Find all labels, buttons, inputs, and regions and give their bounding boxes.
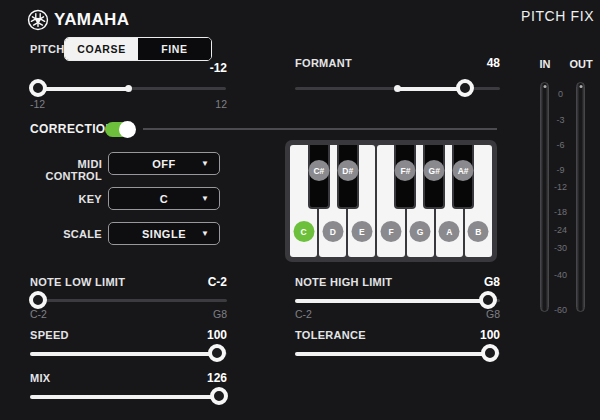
pitch-mode-segmented-control: COARSE FINE (64, 37, 212, 61)
mix-label: MIX (30, 372, 50, 384)
midi-control-dropdown[interactable]: OFF ▼ (108, 152, 220, 175)
peak-indicator (543, 85, 546, 88)
speed-slider[interactable] (30, 344, 227, 362)
high-range-min: C-2 (295, 308, 312, 320)
black-key-F#[interactable]: F# (394, 145, 416, 209)
note-badge-C: C (293, 221, 314, 242)
mix-slider[interactable] (30, 387, 227, 405)
speed-label: SPEED (30, 329, 69, 341)
slider-center-dot (125, 85, 132, 92)
note-badge-G#: G# (424, 160, 445, 181)
slider-fill (295, 299, 488, 303)
meter-scale-tick: 0 (550, 89, 571, 99)
tolerance-slider[interactable] (295, 344, 500, 362)
yamaha-logo: YAMAHA (27, 9, 129, 31)
midi-control-label: MIDI CONTROL (20, 158, 102, 182)
chevron-down-icon: ▼ (201, 229, 209, 238)
piano-keyboard: CDEFGAB C#D#F#G#A# (285, 140, 497, 262)
note-high-limit-value: G8 (484, 275, 500, 289)
out-meter-label: OUT (566, 58, 596, 70)
note-badge-D: D (322, 221, 343, 242)
pitch-slider[interactable] (30, 79, 226, 97)
key-label: KEY (20, 193, 102, 205)
high-range-max: G8 (486, 308, 500, 320)
slider-center-dot (394, 85, 401, 92)
note-badge-F#: F# (395, 160, 416, 181)
pitch-fix-plugin-window: YAMAHA PITCH FIX PITCH COARSE FINE -12 -… (0, 0, 600, 420)
in-meter-label: IN (530, 58, 560, 70)
note-low-limit-label: NOTE LOW LIMIT (30, 276, 125, 288)
note-badge-E: E (351, 221, 372, 242)
slider-handle[interactable] (479, 291, 497, 309)
toggle-knob (119, 121, 136, 138)
slider-fill (30, 395, 219, 399)
note-badge-C#: C# (308, 160, 329, 181)
note-low-limit-value: C-2 (208, 275, 227, 289)
slider-handle[interactable] (210, 387, 228, 405)
formant-label: FORMANT (295, 57, 352, 69)
meter-scale-tick: -60 (550, 305, 571, 315)
slider-track[interactable] (30, 299, 227, 302)
note-badge-G: G (410, 221, 431, 242)
note-badge-A: A (439, 221, 460, 242)
correction-label: CORRECTION (30, 122, 115, 136)
formant-value: 48 (487, 56, 500, 70)
in-level-meter (540, 82, 549, 312)
note-badge-D#: D# (337, 160, 358, 181)
formant-slider[interactable] (295, 79, 500, 97)
correction-toggle[interactable] (105, 122, 134, 137)
out-level-meter (576, 82, 585, 312)
meter-scale-tick: -12 (550, 182, 571, 192)
scale-value: SINGLE (142, 228, 186, 240)
slider-fill (30, 352, 217, 356)
level-meters: IN OUT 0-3-6-9-12-18-24-30-40-60 (520, 58, 600, 320)
meter-scale-tick: -40 (550, 270, 571, 280)
mix-value: 126 (207, 371, 227, 385)
note-low-limit-slider[interactable] (30, 291, 227, 309)
fine-button[interactable]: FINE (138, 38, 211, 60)
note-high-limit-label: NOTE HIGH LIMIT (295, 276, 392, 288)
slider-handle[interactable] (29, 291, 47, 309)
scale-label: SCALE (20, 228, 102, 240)
slider-fill (398, 87, 466, 91)
peak-indicator (579, 85, 582, 88)
pitch-label: PITCH (30, 43, 65, 55)
low-range-min: C-2 (30, 308, 47, 320)
slider-handle[interactable] (456, 79, 474, 97)
black-key-C#[interactable]: C# (308, 145, 330, 209)
slider-fill (295, 352, 490, 356)
slider-handle[interactable] (481, 344, 499, 362)
low-range-max: G8 (213, 308, 227, 320)
key-dropdown[interactable]: C ▼ (108, 187, 220, 210)
section-divider (143, 128, 497, 130)
meter-scale-tick: -6 (550, 140, 571, 150)
chevron-down-icon: ▼ (201, 159, 209, 168)
tolerance-label: TOLERANCE (295, 329, 366, 341)
scale-dropdown[interactable]: SINGLE ▼ (108, 222, 220, 245)
black-key-D#[interactable]: D# (337, 145, 359, 209)
note-badge-B: B (468, 221, 489, 242)
pitch-value: -12 (130, 61, 227, 75)
note-high-limit-slider[interactable] (295, 291, 500, 309)
meter-scale-tick: -18 (550, 207, 571, 217)
pitch-range-min: -12 (30, 98, 45, 110)
black-key-G#[interactable]: G# (423, 145, 445, 209)
black-key-A#[interactable]: A# (452, 145, 474, 209)
meter-scale-tick: -3 (550, 115, 571, 125)
meter-scale-tick: -24 (550, 225, 571, 235)
meter-scale-tick: -9 (550, 165, 571, 175)
slider-handle[interactable] (208, 344, 226, 362)
meter-scale-tick: -30 (550, 243, 571, 253)
midi-control-value: OFF (152, 158, 176, 170)
note-badge-A#: A# (453, 160, 474, 181)
note-badge-F: F (380, 221, 401, 242)
chevron-down-icon: ▼ (201, 194, 209, 203)
plugin-title: PITCH FIX (521, 8, 594, 24)
coarse-button[interactable]: COARSE (65, 38, 138, 60)
pitch-range-max: 12 (215, 98, 227, 110)
key-value: C (160, 193, 168, 205)
speed-value: 100 (207, 328, 227, 342)
slider-fill (38, 87, 128, 91)
tolerance-value: 100 (480, 328, 500, 342)
slider-handle[interactable] (29, 79, 47, 97)
